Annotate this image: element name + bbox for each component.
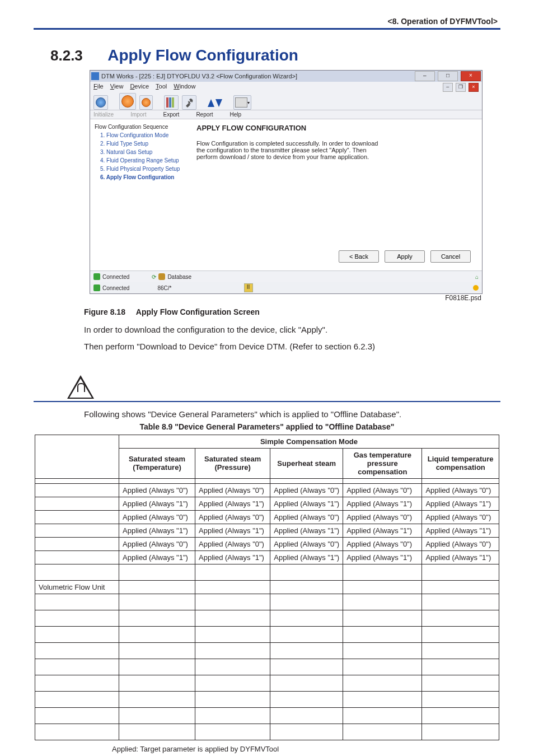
table-row <box>35 691 499 707</box>
sidebar-header: Flow Configuration Sequence <box>95 124 186 130</box>
cell: Applied (Always "0") <box>195 537 270 550</box>
back-button[interactable]: < Back <box>339 250 379 263</box>
statusbar-2: Connected 86C/* II <box>90 282 482 293</box>
table-row: Applied (Always "0") Applied (Always "0"… <box>35 537 499 550</box>
table-row <box>35 564 499 580</box>
pause-icon[interactable]: II <box>244 283 253 292</box>
cell: Applied (Always "0") <box>119 537 195 550</box>
figure-caption: Figure 8.18 Apply Flow Configuration Scr… <box>84 307 500 316</box>
table-row: Applied (Always "1") Applied (Always "1"… <box>35 524 499 537</box>
books-icon[interactable] <box>164 95 179 110</box>
signal-icon <box>473 285 479 291</box>
table-row: Applied (Always "1") Applied (Always "1"… <box>35 550 499 564</box>
wizard-step-3[interactable]: 3. Natural Gas Setup <box>100 149 186 155</box>
cell <box>270 478 343 483</box>
cell: Applied (Always "0") <box>422 537 499 550</box>
wizard-step-4[interactable]: 4. Fluid Operating Range Setup <box>100 157 186 164</box>
device-icon[interactable] <box>119 93 136 110</box>
table-row <box>35 642 499 659</box>
doc-minimize-button[interactable]: – <box>443 83 453 92</box>
figure-label: Figure 8.18 <box>84 307 125 316</box>
menu-device[interactable]: Device <box>130 83 149 92</box>
table-row: Applied (Always "1") Applied (Always "1"… <box>35 497 499 510</box>
note-text: Following shows "Device General Paramete… <box>84 409 500 420</box>
paragraph-1: In order to download the configuration t… <box>84 324 500 335</box>
wizard-step-6[interactable]: 6. Apply Flow Configuration <box>100 174 186 180</box>
wizard-main: APPLY FLOW CONFIGURATION Flow Configurat… <box>191 119 482 270</box>
subtoolbar: Initialize Import Export Report Help <box>90 110 482 119</box>
cell: Applied (Always "1") <box>119 497 195 510</box>
row-vfu-label: Volumetric Flow Unit <box>35 580 119 594</box>
doc-restore-button[interactable]: ❐ <box>456 83 466 92</box>
table-row: Applied (Always "0") Applied (Always "0"… <box>35 483 499 497</box>
table-row: Volumetric Flow Unit <box>35 580 499 594</box>
table-row <box>35 626 499 642</box>
panel-title: APPLY FLOW CONFIGURATION <box>196 124 476 132</box>
cell: Applied (Always "1") <box>422 497 499 510</box>
wizard-step-1[interactable]: 1. Flow Configuration Mode <box>100 132 186 138</box>
database-icon <box>158 273 165 280</box>
apply-button[interactable]: Apply <box>385 250 425 263</box>
printer-icon[interactable]: ▾ <box>233 95 251 110</box>
cell <box>119 478 195 483</box>
cell: Applied (Always "1") <box>270 550 343 564</box>
th-super: Simple Compensation Mode <box>119 435 499 448</box>
status-database: Database <box>167 274 191 280</box>
cell: Applied (Always "0") <box>343 483 422 497</box>
status-connected-2: Connected <box>102 285 129 291</box>
cell <box>422 478 499 483</box>
row-label <box>35 510 119 524</box>
refresh-icon[interactable]: ⟳ <box>152 274 156 280</box>
table-row <box>35 675 499 691</box>
menu-tool[interactable]: Tool <box>156 83 167 92</box>
sub-export[interactable]: Export <box>163 111 179 118</box>
window-buttons: – □ × <box>414 71 481 81</box>
toolbar: ▾ <box>90 92 482 110</box>
connect-icon[interactable] <box>93 95 108 110</box>
wizard-step-5[interactable]: 5. Fluid Physical Property Setup <box>100 166 186 172</box>
cell: Applied (Always "0") <box>119 483 195 497</box>
row-label <box>35 497 119 510</box>
cell: Applied (Always "1") <box>195 524 270 537</box>
status-connected-1: Connected <box>102 274 129 280</box>
doc-close-button[interactable]: × <box>469 83 479 92</box>
chapter-label: <8. Operation of DYFMVTool> <box>34 17 498 26</box>
menu-file[interactable]: File <box>93 83 104 92</box>
close-button[interactable]: × <box>461 71 481 81</box>
wizard-sidebar: Flow Configuration Sequence 1. Flow Conf… <box>90 119 191 270</box>
maximize-button[interactable]: □ <box>438 71 458 81</box>
cell: Applied (Always "1") <box>422 550 499 564</box>
sub-initialize: Initialize <box>93 111 114 118</box>
section-title: Apply Flow Configuration <box>107 46 298 64</box>
cell: Applied (Always "0") <box>343 510 422 524</box>
upload-download-icon[interactable] <box>208 96 222 110</box>
cell: Applied (Always "0") <box>422 510 499 524</box>
cell: Applied (Always "1") <box>119 524 195 537</box>
cell: Applied (Always "0") <box>270 483 343 497</box>
sub-help[interactable]: Help <box>229 111 241 118</box>
parameters-table: Simple Compensation Mode Saturated steam… <box>35 435 499 740</box>
window-title: DTM Works - [225 : EJ] DTYOFLDU V3.2 <Fl… <box>101 73 297 80</box>
sub-report[interactable]: Report <box>196 111 213 118</box>
table-row <box>35 724 499 740</box>
wrench-icon[interactable] <box>182 95 196 110</box>
figure-title: Apply Flow Configuration Screen <box>136 307 260 316</box>
th-blank <box>35 435 119 478</box>
home-icon[interactable]: ⌂ <box>475 274 479 280</box>
cancel-button[interactable]: Cancel <box>430 250 471 263</box>
row-label <box>35 524 119 537</box>
device-sub-icon[interactable] <box>139 95 153 110</box>
section-number: 8.2.3 <box>50 47 83 64</box>
table-row <box>35 659 499 675</box>
cell: Applied (Always "1") <box>422 524 499 537</box>
minimize-button[interactable]: – <box>415 71 435 81</box>
paragraph-2: Then perform "Download to Device" from D… <box>84 341 500 352</box>
status-code: 86C/* <box>157 285 171 291</box>
th-c2: Saturated steam (Pressure) <box>195 448 270 478</box>
table-footnote: Applied: Target parameter is applied by … <box>112 745 500 753</box>
menu-window[interactable]: Window <box>174 83 195 92</box>
wizard-step-2[interactable]: 2. Fluid Type Setup <box>100 141 186 147</box>
menu-view[interactable]: View <box>110 83 124 92</box>
app-icon <box>91 72 99 80</box>
th-c5: Liquid temperature compensation <box>422 448 499 478</box>
